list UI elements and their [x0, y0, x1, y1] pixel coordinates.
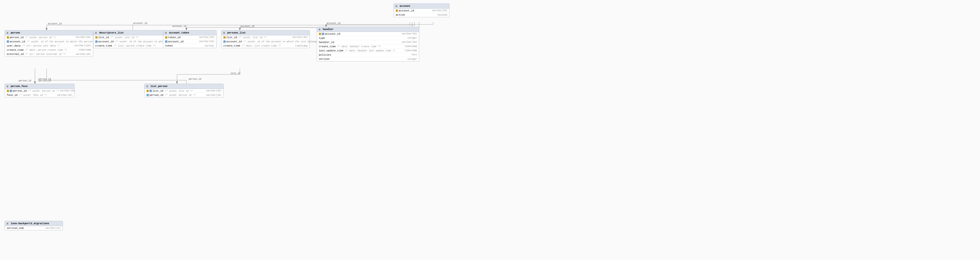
- fk-icon: F: [146, 94, 149, 96]
- table-account-token: account_token K token_id varchar(36) F a…: [163, 30, 216, 48]
- table-icon: [146, 85, 149, 88]
- table-row: K token_id varchar(36): [163, 35, 216, 40]
- table-row: F account_id varchar(36): [163, 40, 216, 44]
- svg-text:account_id: account_id: [240, 25, 254, 28]
- table-icon: [7, 85, 10, 88]
- svg-text:account_id: account_id: [326, 22, 340, 25]
- table-luna-migrations: luna-backport3_migrations version_num va…: [5, 221, 63, 230]
- table-name-descriptors-list: descriptors_list: [99, 32, 124, 34]
- table-name-list-person: list_person: [150, 85, 167, 88]
- pk-icon: K: [7, 90, 9, 92]
- table-name-account-token: account_token: [169, 32, 189, 34]
- table-name-handler: handler: [323, 28, 334, 31]
- pk-icon: K: [165, 36, 167, 39]
- svg-text:person_id: person_id: [19, 79, 31, 82]
- pk-icon: K: [95, 36, 97, 39]
- pk-icon: K: [223, 36, 226, 39]
- table-row: K account_id varchar(36): [394, 9, 449, 13]
- table-row: external_id /* str: person external id *…: [5, 52, 93, 56]
- fk-icon: F: [223, 40, 226, 43]
- fk-icon: F: [150, 90, 152, 92]
- pk-icon: K: [396, 10, 398, 12]
- fk-icon: F: [165, 40, 167, 43]
- table-row: F person_id /* uuid4: person id */ varch…: [145, 93, 223, 97]
- table-name-person-face: person_face: [11, 85, 28, 88]
- table-row: version_num varchar(32): [5, 226, 63, 230]
- table-header-account: account: [394, 4, 449, 9]
- fk-icon: F: [95, 40, 97, 43]
- svg-text:account_id: account_id: [172, 25, 186, 28]
- table-header-handler: handler: [317, 27, 419, 32]
- table-handler: handler K F account_id varchar(36) type …: [317, 27, 419, 62]
- svg-text:person_id: person_id: [38, 79, 51, 82]
- table-row: F account_id /* uuid4: id of the account…: [221, 40, 310, 44]
- table-name-person: person: [11, 32, 20, 34]
- table-row: K F person_id /* uuid4: person id */ var…: [5, 89, 74, 93]
- fk-icon: F: [10, 90, 12, 92]
- table-header-persons-list: persons_list: [221, 30, 310, 35]
- table-row: K person_id /* uuid4: person id */ varch…: [5, 35, 93, 40]
- fk-icon: F: [322, 33, 324, 35]
- table-row: K list_id /* uuid4: list id */ varchar(3…: [221, 35, 310, 40]
- table-icon: [7, 32, 10, 34]
- fk-icon: F: [7, 40, 9, 43]
- table-icon: [7, 222, 10, 225]
- table-list-person: list_person K F list_id /* uuid4: list i…: [145, 84, 224, 97]
- table-row: F account_id /* uuid4: id of the account…: [5, 40, 93, 44]
- table-row: token varchar: [163, 44, 216, 48]
- svg-text:list_id: list_id: [231, 72, 240, 75]
- table-row: type integer: [317, 36, 419, 40]
- table-icon: [319, 28, 321, 31]
- table-row: handler_id varchar(36): [317, 40, 419, 44]
- diagram-canvas: account_id account_id account_id account…: [0, 0, 980, 260]
- table-row: create_time /* date: handler create time…: [317, 44, 419, 49]
- pk-icon: K: [146, 90, 149, 92]
- table-row: create_time /* date: list create time */…: [221, 44, 310, 48]
- table-row: policies text: [317, 53, 419, 57]
- table-name-luna-migrations: luna-backport3_migrations: [11, 222, 49, 225]
- table-header-luna-migrations: luna-backport3_migrations: [5, 221, 63, 226]
- pk-icon: K: [319, 33, 321, 35]
- svg-text:account_id: account_id: [133, 22, 147, 25]
- table-row: last_update_time /* date: handler last u…: [317, 49, 419, 53]
- table-person: person K person_id /* uuid4: person id *…: [5, 30, 93, 57]
- table-row: K F account_id varchar(36): [317, 32, 419, 36]
- table-row: face_id /* uuid4: face id */ varchar(36): [5, 93, 74, 97]
- table-row: active boolean: [394, 13, 449, 17]
- table-header-list-person: list_person: [145, 84, 223, 89]
- table-person-face: person_face K F person_id /* uuid4: pers…: [5, 84, 75, 97]
- table-row: K F list_id /* uuid4: list id */ varchar…: [145, 89, 223, 93]
- svg-text:person_id: person_id: [189, 78, 201, 81]
- table-header-person-face: person_face: [5, 84, 74, 89]
- table-header-account-token: account_token: [163, 30, 216, 35]
- table-row: version integer: [317, 57, 419, 61]
- table-account: account K account_id varchar(36) active …: [394, 3, 449, 17]
- table-header-person: person: [5, 30, 93, 35]
- table-name-persons-list: persons_list: [227, 32, 246, 34]
- table-name-account: account: [399, 5, 410, 8]
- table-persons-list: persons_list K list_id /* uuid4: list id…: [221, 30, 310, 48]
- table-icon: [223, 32, 226, 34]
- table-icon: [95, 32, 98, 34]
- table-row: user_data /* str: person user data */ va…: [5, 44, 93, 48]
- svg-text:account_id: account_id: [48, 22, 62, 25]
- table-icon: [396, 5, 398, 8]
- table-icon: [165, 32, 168, 34]
- table-row: create_time /* date: person create time …: [5, 48, 93, 52]
- pk-icon: K: [7, 36, 9, 39]
- svg-text:person_id: person_id: [38, 78, 51, 81]
